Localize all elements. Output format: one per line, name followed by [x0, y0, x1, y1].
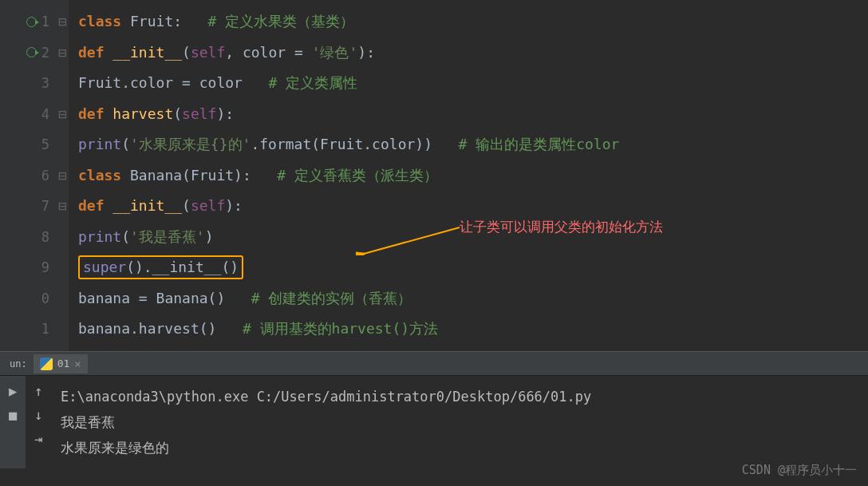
- run-class-icon[interactable]: [26, 17, 37, 27]
- annotation-arrow: [356, 223, 468, 255]
- run-method-icon[interactable]: [26, 47, 37, 57]
- code-line: def harvest(self):: [78, 99, 868, 130]
- output-line: 我是香蕉: [61, 414, 115, 430]
- line-number: 8: [41, 229, 49, 245]
- line-number: 9: [41, 259, 49, 275]
- code-line: class Fruit: # 定义水果类（基类）: [78, 6, 868, 38]
- output-line: 水果原来是绿色的: [61, 440, 169, 456]
- line-number: 0: [41, 290, 49, 306]
- line-number: 3: [41, 75, 49, 91]
- run-label: un:: [3, 358, 34, 369]
- highlighted-code: super().__init__(): [78, 255, 243, 279]
- run-toolbar: ▶ ■: [0, 376, 26, 468]
- code-editor[interactable]: 1 2 3 4 5 6 7 8 9 0 1 ⊟ ⊟ ⊟ ⊟ ⊟ class Fr…: [0, 0, 868, 351]
- run-tab-bar: un: 01 ×: [0, 352, 868, 376]
- watermark: CSDN @程序员小十一: [742, 463, 857, 478]
- code-line: banana.harvest() # 调用基类的harvest()方法: [78, 314, 868, 345]
- fold-toggle[interactable]: ⊟: [56, 191, 69, 222]
- line-number: 6: [41, 168, 49, 184]
- code-line: class Banana(Fruit): # 定义香蕉类（派生类）: [78, 160, 868, 192]
- up-icon[interactable]: ↑: [30, 382, 47, 400]
- line-number-gutter: 1 2 3 4 5 6 7 8 9 0 1: [0, 0, 56, 351]
- annotation-text: 让子类可以调用父类的初始化方法: [460, 218, 663, 236]
- down-icon[interactable]: ↓: [30, 406, 47, 424]
- fold-toggle[interactable]: ⊟: [56, 6, 69, 38]
- code-line: Fruit.color = color # 定义类属性: [78, 68, 868, 99]
- line-number: 4: [41, 106, 49, 122]
- line-number: 1: [41, 321, 49, 337]
- fold-toggle[interactable]: ⊟: [56, 99, 69, 130]
- code-line: banana = Banana() # 创建类的实例（香蕉）: [78, 283, 868, 314]
- line-number: 2: [41, 45, 49, 61]
- line-number: 5: [41, 136, 49, 152]
- fold-toggle[interactable]: ⊟: [56, 160, 69, 192]
- fold-column: ⊟ ⊟ ⊟ ⊟ ⊟: [56, 0, 69, 351]
- fold-toggle[interactable]: ⊟: [56, 38, 69, 69]
- rerun-icon[interactable]: ▶: [4, 382, 22, 400]
- code-line: def __init__(self, color = '绿色'):: [78, 38, 868, 69]
- code-content[interactable]: class Fruit: # 定义水果类（基类） def __init__(se…: [69, 0, 868, 351]
- code-line: super().__init__(): [78, 252, 868, 283]
- output-toolbar: ↑ ↓ ⇥: [26, 376, 51, 468]
- stop-icon[interactable]: ■: [4, 406, 22, 424]
- svg-line-1: [364, 227, 460, 254]
- line-number: 1: [41, 14, 49, 30]
- code-line: def __init__(self):: [78, 191, 868, 222]
- wrap-icon[interactable]: ⇥: [30, 430, 47, 448]
- python-icon: [40, 358, 53, 370]
- line-number: 7: [41, 198, 49, 214]
- console-output[interactable]: E:\anaconda3\python.exe C:/Users/adminis…: [51, 376, 868, 468]
- run-tool-window: un: 01 × ▶ ■ ↑ ↓ ⇥ E:\anaconda3\python.e…: [0, 352, 868, 468]
- output-line: E:\anaconda3\python.exe C:/Users/adminis…: [61, 389, 591, 405]
- code-line: print('水果原来是{}的'.format(Fruit.color)) # …: [78, 129, 868, 160]
- close-icon[interactable]: ×: [74, 358, 81, 370]
- run-tab[interactable]: 01 ×: [34, 354, 88, 373]
- tab-title: 01: [57, 358, 70, 369]
